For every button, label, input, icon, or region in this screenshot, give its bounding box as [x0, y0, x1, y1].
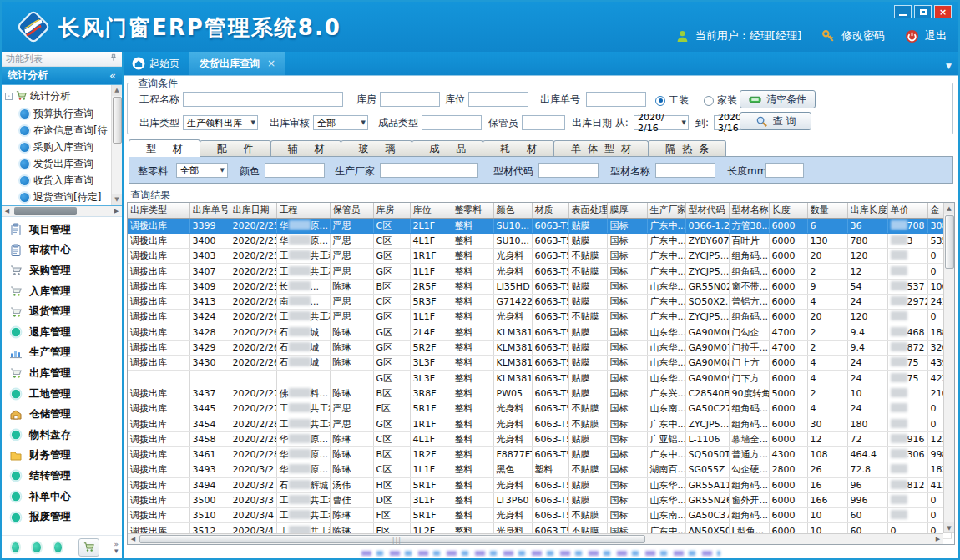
- tree-item[interactable]: 采购入库查询: [5, 139, 120, 155]
- nav-group-item[interactable]: 审核中心: [2, 240, 122, 261]
- more-groups-icon[interactable]: »▾: [114, 541, 119, 554]
- table-row[interactable]: 调拨出库34132020/2/26南...严思C区5R3F整料G71422606…: [128, 294, 951, 309]
- column-header[interactable]: 整零料: [452, 203, 493, 218]
- table-row[interactable]: 调拨出库34302020/2/26石城陈琳G区3L3F整料KLM38176063…: [128, 356, 951, 371]
- table-row[interactable]: 调拨出库34612020/2/28华原...陈琳B区1R2F整料F8877FT6…: [128, 446, 951, 462]
- nav-group-item[interactable]: 出库管理: [2, 363, 122, 384]
- radio-selected-icon[interactable]: [655, 96, 665, 106]
- tree-root-node[interactable]: - 统计分析: [5, 88, 120, 105]
- audit-select[interactable]: 全部▼: [313, 115, 368, 130]
- column-header[interactable]: 材质: [532, 203, 568, 218]
- nav-group-item[interactable]: 项目管理: [2, 219, 122, 240]
- keeper-input[interactable]: [522, 115, 565, 130]
- warehouse-input[interactable]: [380, 92, 440, 107]
- scrollbar-thumb[interactable]: [14, 207, 77, 215]
- tree-item[interactable]: 发货出库查询: [5, 155, 120, 172]
- nav-group-item[interactable]: 仓储管理: [2, 404, 122, 425]
- column-header[interactable]: 颜色: [493, 203, 532, 218]
- table-row[interactable]: 调拨出库34092020/2/25长...陈琳B区2R5F整料LI35HD606…: [128, 279, 951, 294]
- nav-group-item[interactable]: 结转管理: [2, 466, 122, 487]
- scroll-right-icon[interactable]: ▶: [932, 534, 943, 544]
- nav-group-item[interactable]: 采购管理: [2, 260, 122, 281]
- scroll-up-icon[interactable]: ▲: [112, 85, 122, 96]
- column-header[interactable]: 出库单号: [189, 203, 230, 218]
- table-row[interactable]: 调拨出库34372020/2/27佛料...陈琳B区3R8F整料PW056063…: [128, 386, 951, 401]
- scroll-down-icon[interactable]: ▼: [944, 522, 954, 533]
- table-row[interactable]: 调拨出库34542020/2/28工共工程严思G区1R1F整料光身料6063-T…: [128, 416, 951, 431]
- nav-group-item[interactable]: 生产管理: [2, 343, 122, 364]
- table-row[interactable]: 调拨出库34072020/2/25工共工程严思G区1L1F整料光身料6063-T…: [128, 264, 951, 279]
- nav-group-item[interactable]: 补单中心: [2, 487, 122, 507]
- sidebar-section-header[interactable]: 统计分析 «: [2, 67, 122, 84]
- table-row[interactable]: 调拨出库34032020/2/25工共工程严思G区1R1F整料光身料6063-T…: [128, 249, 951, 264]
- material-tab[interactable]: 型 材: [129, 139, 200, 157]
- project-name-input[interactable]: [183, 92, 343, 107]
- change-password-link[interactable]: 修改密码: [841, 28, 885, 43]
- material-tab[interactable]: 玻 璃: [341, 140, 412, 157]
- column-header[interactable]: 出库类型: [128, 203, 189, 218]
- scroll-left-icon[interactable]: ◀: [128, 534, 139, 544]
- column-header[interactable]: 生产厂家: [647, 203, 685, 218]
- date-from-picker[interactable]: 2020/ 2/16▼: [634, 115, 689, 130]
- tab-home[interactable]: 起始页: [124, 52, 189, 75]
- table-row[interactable]: 调拨出库35002020/3/3工共工程曹佳D区3L1F整料LT3P606063…: [128, 492, 951, 507]
- table-row[interactable]: 调拨出库35102020/3/4工共工程陈琳F区5R1F整料光身料6063-T5…: [128, 508, 951, 523]
- group-dot-icon[interactable]: [12, 542, 19, 552]
- logout-link[interactable]: 退出: [925, 28, 947, 43]
- material-tab[interactable]: 耗 材: [483, 140, 554, 157]
- length-input[interactable]: [765, 163, 804, 178]
- tab-list-dropdown-icon[interactable]: ▼: [946, 62, 952, 70]
- profile-name-input[interactable]: [655, 163, 715, 178]
- tree-item[interactable]: 退货查询[待定]: [5, 189, 120, 205]
- column-header[interactable]: 保管员: [330, 203, 373, 218]
- nav-group-item[interactable]: 财务管理: [2, 446, 122, 467]
- scrollbar-thumb[interactable]: [113, 97, 122, 144]
- table-row[interactable]: 调拨出库34942020/3/2石辉城汤伟H区5R1F整料光身料6063-T5贴…: [128, 477, 951, 492]
- tree-item[interactable]: 收货入库查询: [5, 172, 120, 189]
- column-header[interactable]: 数量: [807, 203, 847, 218]
- nav-group-item[interactable]: 退货管理: [2, 301, 122, 322]
- out-type-select[interactable]: 生产领料出库▼: [183, 115, 258, 130]
- column-header[interactable]: 出库日期: [230, 203, 276, 218]
- tree-item[interactable]: 预算执行查询: [5, 105, 120, 122]
- nav-group-item[interactable]: 报废管理: [2, 507, 122, 527]
- scroll-right-icon[interactable]: ▶: [111, 206, 122, 216]
- table-row[interactable]: 调拨出库34582020/2/28华原...陈琳C区4L1F整料光身料6063-…: [128, 431, 951, 446]
- table-row[interactable]: 调拨出库33992020/2/25华原...严思C区2L1F整料SU10...6…: [128, 218, 951, 233]
- pin-icon[interactable]: [109, 53, 118, 64]
- radio-jiazhuang[interactable]: 家装: [704, 93, 737, 108]
- collapse-icon[interactable]: «: [109, 69, 116, 82]
- tab-close-icon[interactable]: ×: [267, 58, 275, 69]
- table-row[interactable]: 调拨出库34292020/2/26石城陈琳G区5R2F整料KLM38176063…: [128, 340, 951, 355]
- scrollbar-thumb[interactable]: |||: [139, 535, 645, 543]
- material-tab[interactable]: 单体型材: [553, 140, 649, 157]
- material-tab[interactable]: 辅 材: [270, 140, 342, 157]
- table-row[interactable]: 调拨出库34932020/3/2华原...陈琳C区1L1F整料黑色塑料不贴膜国标…: [128, 462, 951, 477]
- location-input[interactable]: [468, 92, 528, 107]
- table-row[interactable]: 调拨出库34242020/2/26工共工程严思G区1L1F整料光身料6063-T…: [128, 310, 951, 325]
- column-header[interactable]: 库位: [410, 203, 452, 218]
- clear-conditions-button[interactable]: 清空条件: [740, 90, 816, 108]
- group-dot-icon[interactable]: [54, 542, 62, 552]
- column-header[interactable]: 表面处理: [568, 203, 607, 218]
- radio-unselected-icon[interactable]: [704, 96, 714, 106]
- tree-collapse-box[interactable]: -: [5, 93, 13, 100]
- table-row[interactable]: 调拨出库34002020/2/25华原...严思C区4L1F整料SU10...6…: [128, 233, 951, 248]
- scroll-down-icon[interactable]: ▼: [112, 194, 122, 205]
- column-header[interactable]: 型材名称: [729, 203, 769, 218]
- table-row[interactable]: 调拨出库34282020/2/26石城陈琳G区2L4F整料KLM38176063…: [128, 325, 951, 340]
- tree-horizontal-scrollbar[interactable]: ◀ ▶: [2, 206, 122, 217]
- material-tab[interactable]: 隔热条: [648, 140, 726, 157]
- nav-group-item[interactable]: 物料盘存: [2, 425, 122, 446]
- column-header[interactable]: 型材代码: [685, 203, 729, 218]
- table-row[interactable]: 调拨出库34452020/2/27工共工程严思F区5R1F整料光身料6063-T…: [128, 401, 951, 416]
- radio-gongzhuang[interactable]: 工装: [655, 93, 689, 108]
- nav-group-item[interactable]: 工地管理: [2, 384, 122, 405]
- tab-shipping-query[interactable]: 发货出库查询 ×: [189, 52, 285, 75]
- grid-vertical-scrollbar[interactable]: ▲ ▼: [943, 203, 954, 533]
- column-header[interactable]: 单价: [887, 203, 927, 218]
- material-tab[interactable]: 成 品: [412, 140, 483, 157]
- whole-part-select[interactable]: 全部▼: [176, 163, 228, 178]
- column-header[interactable]: 膜厚: [607, 203, 647, 218]
- active-group-button[interactable]: [78, 538, 99, 557]
